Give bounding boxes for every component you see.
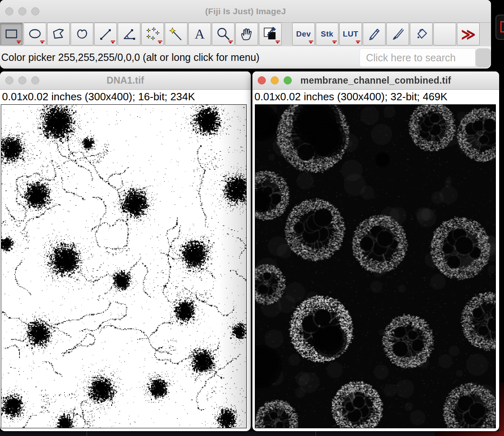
bottom-strip-red-area bbox=[435, 431, 504, 436]
traffic-lights bbox=[258, 71, 292, 89]
tool-freehand-button[interactable] bbox=[71, 23, 93, 45]
status-message: Color picker 255,255,255/0,0,0 (alt or l… bbox=[0, 52, 259, 63]
image-info-line: 0.01x0.02 inches (300x400); 16-bit; 234K bbox=[0, 90, 251, 104]
minimize-button[interactable] bbox=[18, 7, 26, 15]
minimize-button[interactable] bbox=[271, 76, 279, 84]
dropdown-indicator-icon bbox=[111, 41, 115, 44]
membrane-titlebar[interactable]: membrane_channel_combined.tif bbox=[252, 71, 499, 90]
dropdown-indicator-icon bbox=[17, 41, 21, 44]
window-title: membrane_channel_combined.tif bbox=[300, 75, 451, 86]
tool-wand-button[interactable] bbox=[165, 23, 187, 45]
dropdown-indicator-icon bbox=[40, 41, 45, 44]
background-red-glyph bbox=[500, 21, 504, 32]
tool-zoom-button[interactable] bbox=[212, 23, 235, 45]
toolbar: A Dev Stk LUT bbox=[0, 23, 491, 46]
search-box-end-cap bbox=[476, 48, 491, 67]
dropdown-indicator-icon bbox=[332, 41, 337, 44]
minimize-button[interactable] bbox=[18, 76, 26, 84]
app-title: (Fiji Is Just) ImageJ bbox=[205, 6, 286, 16]
membrane-image-window: membrane_channel_combined.tif 0.01x0.02 … bbox=[252, 71, 499, 431]
tool-polygon-button[interactable] bbox=[47, 23, 70, 45]
tool-fill-button[interactable] bbox=[410, 23, 433, 45]
image-info-line: 0.01x0.02 inches (300x400); 32-bit; 469K bbox=[252, 90, 499, 104]
desktop-bottom-strip bbox=[0, 431, 504, 436]
tool-rectangle-button[interactable] bbox=[0, 23, 23, 45]
dna-image-canvas[interactable] bbox=[1, 104, 247, 428]
dev-label: Dev bbox=[296, 30, 311, 39]
search-box[interactable] bbox=[360, 48, 476, 67]
imagej-main-window: (Fiji Is Just) ImageJ bbox=[0, 0, 491, 68]
tool-oval-button[interactable] bbox=[24, 23, 46, 45]
dropdown-indicator-icon bbox=[276, 41, 280, 44]
zoom-window-button[interactable] bbox=[31, 76, 39, 84]
close-button[interactable] bbox=[5, 76, 13, 84]
lut-label: LUT bbox=[343, 30, 358, 39]
dna1-image-area bbox=[0, 104, 251, 428]
close-button[interactable] bbox=[258, 76, 266, 84]
tool-angle-button[interactable] bbox=[118, 23, 140, 45]
tool-spare-button[interactable] bbox=[433, 23, 456, 45]
traffic-lights bbox=[5, 0, 39, 22]
double-chevron-icon: ≫ bbox=[461, 26, 476, 42]
tool-line-button[interactable] bbox=[94, 23, 117, 45]
tool-stk-button[interactable]: Stk bbox=[316, 23, 338, 45]
traffic-lights bbox=[5, 71, 39, 89]
tool-more-button[interactable]: ≫ bbox=[457, 23, 480, 45]
dropdown-indicator-icon bbox=[356, 41, 360, 44]
tool-color-picker-button[interactable] bbox=[259, 23, 282, 45]
dropdown-indicator-icon bbox=[228, 41, 233, 44]
tool-pencil-button[interactable] bbox=[363, 23, 386, 45]
dropdown-indicator-icon bbox=[309, 41, 313, 44]
tool-lut-button[interactable]: LUT bbox=[339, 23, 362, 45]
search-input[interactable] bbox=[360, 52, 476, 64]
membrane-image-canvas[interactable] bbox=[255, 104, 496, 428]
bottom-strip-separator bbox=[86, 431, 87, 436]
tool-dev-button[interactable]: Dev bbox=[292, 23, 315, 45]
tool-brush-button[interactable] bbox=[386, 23, 409, 45]
background-red-glow bbox=[499, 382, 504, 431]
membrane-image-area bbox=[252, 104, 499, 428]
dna1-image-window: DNA1.tif 0.01x0.02 inches (300x400); 16-… bbox=[0, 71, 251, 431]
dropdown-indicator-icon bbox=[158, 41, 162, 44]
main-titlebar[interactable]: (Fiji Is Just) ImageJ bbox=[0, 0, 491, 23]
close-button[interactable] bbox=[5, 7, 13, 15]
zoom-window-button[interactable] bbox=[31, 7, 39, 15]
dna1-titlebar[interactable]: DNA1.tif bbox=[0, 71, 251, 90]
tool-multipoint-button[interactable] bbox=[141, 23, 164, 45]
status-bar: Color picker 255,255,255/0,0,0 (alt or l… bbox=[0, 46, 491, 69]
stk-label: Stk bbox=[321, 30, 333, 39]
text-tool-glyph: A bbox=[195, 27, 205, 41]
bottom-strip-separator bbox=[315, 431, 316, 436]
tool-text-button[interactable]: A bbox=[188, 23, 211, 45]
tool-hand-button[interactable] bbox=[235, 23, 258, 45]
zoom-window-button[interactable] bbox=[284, 76, 292, 84]
window-title: DNA1.tif bbox=[107, 75, 144, 86]
